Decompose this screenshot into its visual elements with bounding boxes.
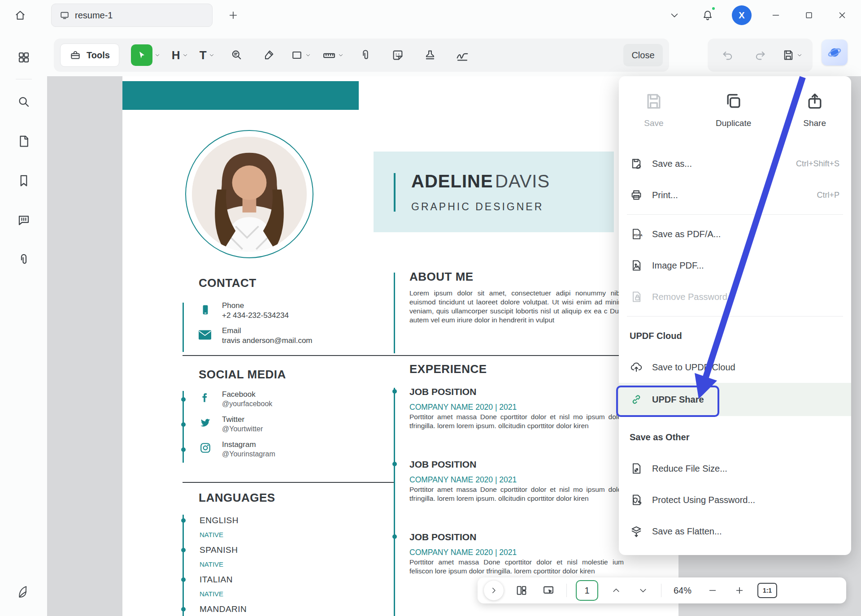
menu-item-save-as-pdfa[interactable]: PDF/A Save as PDF/A... <box>619 218 851 250</box>
sidebar-item-comments[interactable] <box>12 208 35 232</box>
quick-action-share[interactable]: Share <box>803 91 826 128</box>
redo-button[interactable] <box>750 45 770 65</box>
shape-tool[interactable] <box>291 49 311 61</box>
bookmark-icon <box>17 174 30 187</box>
marker-pen-icon <box>262 49 275 61</box>
instagram-icon <box>200 442 211 454</box>
close-label: Close <box>631 50 654 61</box>
social-handle: @yourfacebook <box>222 400 272 408</box>
select-tool[interactable] <box>131 44 160 66</box>
quick-action-save[interactable]: Save <box>644 91 664 128</box>
actual-size-button[interactable]: 1:1 <box>757 583 777 598</box>
sidebar-logo-button[interactable] <box>12 580 35 603</box>
save-menu-button[interactable] <box>782 49 802 61</box>
bell-icon <box>702 10 713 21</box>
quick-action-label: Share <box>803 118 826 128</box>
account-avatar[interactable]: X <box>732 5 752 25</box>
attach-tool[interactable] <box>355 45 376 65</box>
language-name: SPANISH <box>200 545 238 555</box>
edit-text-tool[interactable]: H <box>172 48 188 62</box>
sidebar-item-attachments[interactable] <box>12 248 35 271</box>
contact-line <box>183 303 184 352</box>
menu-item-shortcut: Ctrl+Shift+S <box>796 159 839 169</box>
toolbar: Tools H T <box>47 30 861 76</box>
menu-item-reduce-file-size[interactable]: Reduce File Size... <box>619 453 851 484</box>
square-icon <box>291 49 303 61</box>
menu-item-image-pdf[interactable]: Image PDF... <box>619 250 851 281</box>
home-button[interactable] <box>10 5 30 26</box>
measure-tool[interactable] <box>322 48 344 62</box>
job-desc: Porttitor amet massa Done cporttitor dol… <box>409 485 624 503</box>
menu-item-print[interactable]: Print... Ctrl+P <box>619 179 851 211</box>
minimize-button[interactable] <box>767 6 785 24</box>
highlighter-tool[interactable] <box>258 45 279 65</box>
minimize-icon <box>771 10 781 20</box>
cursor-icon <box>136 50 147 61</box>
presentation-mode-button[interactable] <box>539 581 557 599</box>
titlebar: resume-1 X <box>0 0 861 30</box>
monitor-icon <box>60 10 70 20</box>
job-company: COMPANY NAME 2020 | 2021 <box>409 475 517 485</box>
menu-item-label: Save as Flatten... <box>652 526 839 537</box>
bullet-dot <box>181 577 186 582</box>
page-thumbnails-button[interactable] <box>513 581 531 599</box>
pdf-page[interactable]: ADELINE DAVIS GRAPHIC DESIGNER CONTACT P… <box>122 76 678 616</box>
statusbar-divider <box>661 584 661 597</box>
zoom-level[interactable]: 64% <box>670 586 695 596</box>
job-company: COMPANY NAME 2020 | 2021 <box>409 403 517 412</box>
menu-item-save-as[interactable]: Save as... Ctrl+Shift+S <box>619 148 851 179</box>
about-heading: ABOUT ME <box>409 270 474 284</box>
close-icon <box>837 10 847 20</box>
text-tool[interactable]: T <box>200 48 214 62</box>
menu-item-shortcut: Ctrl+P <box>817 191 839 200</box>
flatten-icon <box>630 525 643 538</box>
next-page-button[interactable] <box>634 581 652 599</box>
toolbox-icon <box>70 49 81 61</box>
page-number-input[interactable] <box>576 580 598 601</box>
undo-icon <box>722 49 734 61</box>
updf-ai-button[interactable] <box>822 39 848 65</box>
tools-button[interactable]: Tools <box>60 43 119 67</box>
signature-tool[interactable] <box>452 45 473 65</box>
presentation-icon <box>542 584 555 597</box>
maximize-button[interactable] <box>800 6 818 24</box>
sidebar-item-panels[interactable] <box>12 46 35 69</box>
protect-password-icon <box>630 493 643 507</box>
expand-statusbar-button[interactable] <box>484 581 504 600</box>
social-handle: @Yourinstagram <box>222 450 275 458</box>
minus-icon <box>708 586 718 595</box>
previous-page-button[interactable] <box>607 581 625 599</box>
ruler-icon <box>322 48 336 62</box>
name-accent-line <box>394 173 396 212</box>
sidebar-item-thumbnails[interactable] <box>12 130 35 153</box>
twitter-icon <box>200 417 211 429</box>
search-text-tool[interactable] <box>226 45 247 65</box>
language-name: ITALIAN <box>200 575 233 585</box>
language-name: MANDARIN <box>200 604 247 614</box>
sticker-tool[interactable] <box>387 45 408 65</box>
sidebar-item-bookmarks[interactable] <box>12 169 35 192</box>
search-icon <box>17 95 30 108</box>
tools-strip: Tools H T <box>54 39 669 72</box>
new-tab-button[interactable] <box>224 6 242 24</box>
menu-item-remove-password[interactable]: Remove Password <box>619 281 851 312</box>
quick-action-duplicate[interactable]: Duplicate <box>716 91 751 128</box>
stamp-tool[interactable] <box>420 45 440 65</box>
language-level: NATIVE <box>200 560 223 568</box>
collapse-toolbar-button[interactable] <box>665 6 683 24</box>
menu-item-save-as-flatten[interactable]: Save as Flatten... <box>619 516 851 547</box>
zoom-out-button[interactable] <box>704 581 722 599</box>
undo-button[interactable] <box>718 45 738 65</box>
close-window-button[interactable] <box>833 6 851 24</box>
menu-item-save-to-updf-cloud[interactable]: Save to UPDF Cloud <box>619 351 851 383</box>
menu-section-updf-cloud: UPDF Cloud <box>619 320 851 351</box>
social-network: Instagram <box>222 440 256 449</box>
document-tab[interactable]: resume-1 <box>51 4 213 27</box>
close-edit-button[interactable]: Close <box>623 44 663 66</box>
zoom-in-button[interactable] <box>731 581 748 599</box>
sidebar-item-search[interactable] <box>12 90 35 113</box>
full-name: ADELINE DAVIS <box>411 171 550 191</box>
notifications-button[interactable] <box>699 6 717 24</box>
section-divider <box>183 482 395 483</box>
menu-item-protect-using-password[interactable]: Protect Using Password... <box>619 484 851 516</box>
